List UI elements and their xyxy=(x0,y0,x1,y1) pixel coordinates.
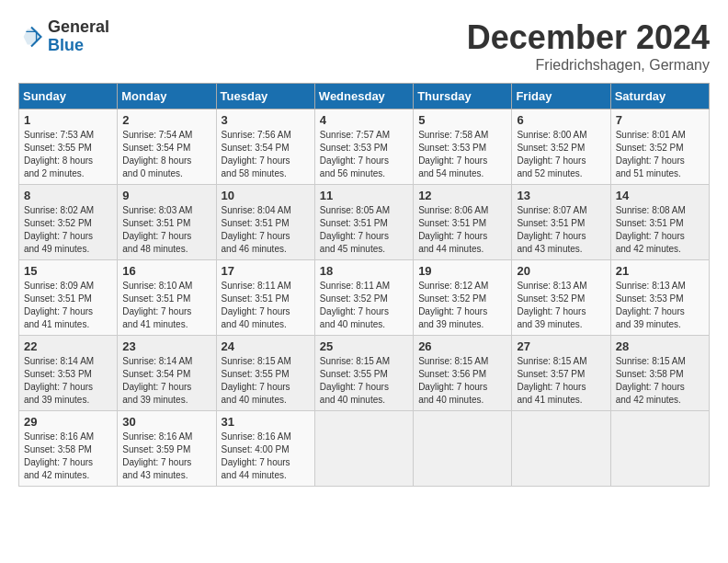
day-number: 15 xyxy=(24,264,112,278)
calendar-cell xyxy=(610,411,709,487)
day-detail: Sunrise: 7:56 AM Sunset: 3:54 PM Dayligh… xyxy=(222,129,310,180)
calendar-cell: 3Sunrise: 7:56 AM Sunset: 3:54 PM Daylig… xyxy=(216,109,314,185)
calendar-cell: 20Sunrise: 8:13 AM Sunset: 3:52 PM Dayli… xyxy=(512,260,610,336)
logo-icon xyxy=(18,24,44,50)
day-detail: Sunrise: 8:05 AM Sunset: 3:51 PM Dayligh… xyxy=(320,204,408,256)
day-number: 12 xyxy=(418,189,506,202)
day-detail: Sunrise: 8:13 AM Sunset: 3:53 PM Dayligh… xyxy=(616,280,704,331)
logo-text: General Blue xyxy=(48,18,109,55)
day-detail: Sunrise: 8:07 AM Sunset: 3:51 PM Dayligh… xyxy=(517,204,605,256)
day-number: 27 xyxy=(517,339,605,353)
day-number: 19 xyxy=(418,264,506,278)
day-header-thursday: Thursday xyxy=(414,84,512,109)
day-number: 14 xyxy=(616,189,704,202)
day-detail: Sunrise: 8:02 AM Sunset: 3:52 PM Dayligh… xyxy=(24,204,112,256)
title-block: December 2024 Friedrichshagen, Germany xyxy=(467,18,710,74)
calendar-week-4: 22Sunrise: 8:14 AM Sunset: 3:53 PM Dayli… xyxy=(19,336,710,411)
day-detail: Sunrise: 8:11 AM Sunset: 3:52 PM Dayligh… xyxy=(320,280,408,331)
day-detail: Sunrise: 8:00 AM Sunset: 3:52 PM Dayligh… xyxy=(517,129,605,180)
day-number: 10 xyxy=(222,189,310,202)
calendar-cell: 10Sunrise: 8:04 AM Sunset: 3:51 PM Dayli… xyxy=(216,185,314,260)
day-detail: Sunrise: 8:11 AM Sunset: 3:51 PM Dayligh… xyxy=(222,280,310,331)
calendar-cell xyxy=(512,411,610,487)
calendar-week-2: 8Sunrise: 8:02 AM Sunset: 3:52 PM Daylig… xyxy=(19,185,710,260)
calendar-cell: 2Sunrise: 7:54 AM Sunset: 3:54 PM Daylig… xyxy=(118,109,216,185)
month-title: December 2024 xyxy=(467,18,710,57)
day-number: 16 xyxy=(122,264,210,278)
day-number: 25 xyxy=(320,339,408,353)
calendar-cell: 24Sunrise: 8:15 AM Sunset: 3:55 PM Dayli… xyxy=(216,336,314,411)
logo: General Blue xyxy=(18,18,109,55)
calendar-cell: 22Sunrise: 8:14 AM Sunset: 3:53 PM Dayli… xyxy=(19,336,118,411)
day-number: 21 xyxy=(616,264,704,278)
calendar-week-1: 1Sunrise: 7:53 AM Sunset: 3:55 PM Daylig… xyxy=(19,109,710,185)
day-header-row: SundayMondayTuesdayWednesdayThursdayFrid… xyxy=(19,84,710,109)
day-detail: Sunrise: 8:14 AM Sunset: 3:53 PM Dayligh… xyxy=(24,355,112,407)
day-detail: Sunrise: 8:01 AM Sunset: 3:52 PM Dayligh… xyxy=(616,129,704,180)
day-header-wednesday: Wednesday xyxy=(314,84,413,109)
calendar-cell: 19Sunrise: 8:12 AM Sunset: 3:52 PM Dayli… xyxy=(414,260,512,336)
calendar-cell: 9Sunrise: 8:03 AM Sunset: 3:51 PM Daylig… xyxy=(118,185,216,260)
calendar-cell: 21Sunrise: 8:13 AM Sunset: 3:53 PM Dayli… xyxy=(610,260,709,336)
calendar-cell: 15Sunrise: 8:09 AM Sunset: 3:51 PM Dayli… xyxy=(19,260,118,336)
calendar-cell: 31Sunrise: 8:16 AM Sunset: 4:00 PM Dayli… xyxy=(216,411,314,487)
day-header-tuesday: Tuesday xyxy=(216,84,314,109)
calendar-cell: 23Sunrise: 8:14 AM Sunset: 3:54 PM Dayli… xyxy=(118,336,216,411)
day-detail: Sunrise: 8:09 AM Sunset: 3:51 PM Dayligh… xyxy=(24,280,112,331)
day-number: 7 xyxy=(616,113,704,127)
day-detail: Sunrise: 8:16 AM Sunset: 3:58 PM Dayligh… xyxy=(24,431,112,482)
calendar-cell: 16Sunrise: 8:10 AM Sunset: 3:51 PM Dayli… xyxy=(118,260,216,336)
day-number: 2 xyxy=(122,113,210,127)
calendar-cell: 5Sunrise: 7:58 AM Sunset: 3:53 PM Daylig… xyxy=(414,109,512,185)
day-detail: Sunrise: 8:14 AM Sunset: 3:54 PM Dayligh… xyxy=(122,355,210,407)
calendar-cell: 4Sunrise: 7:57 AM Sunset: 3:53 PM Daylig… xyxy=(314,109,413,185)
calendar-week-3: 15Sunrise: 8:09 AM Sunset: 3:51 PM Dayli… xyxy=(19,260,710,336)
day-number: 23 xyxy=(122,339,210,353)
day-number: 26 xyxy=(418,339,506,353)
calendar-cell: 12Sunrise: 8:06 AM Sunset: 3:51 PM Dayli… xyxy=(414,185,512,260)
day-number: 4 xyxy=(320,113,408,127)
day-number: 22 xyxy=(24,339,112,353)
page-header: General Blue December 2024 Friedrichshag… xyxy=(18,18,710,74)
day-detail: Sunrise: 8:16 AM Sunset: 3:59 PM Dayligh… xyxy=(122,431,210,482)
day-number: 3 xyxy=(222,113,310,127)
calendar-cell: 26Sunrise: 8:15 AM Sunset: 3:56 PM Dayli… xyxy=(414,336,512,411)
day-detail: Sunrise: 8:08 AM Sunset: 3:51 PM Dayligh… xyxy=(616,204,704,256)
day-number: 1 xyxy=(24,113,112,127)
day-number: 6 xyxy=(517,113,605,127)
calendar-cell: 25Sunrise: 8:15 AM Sunset: 3:55 PM Dayli… xyxy=(314,336,413,411)
day-detail: Sunrise: 8:15 AM Sunset: 3:57 PM Dayligh… xyxy=(517,355,605,407)
day-header-sunday: Sunday xyxy=(19,84,118,109)
calendar-cell: 7Sunrise: 8:01 AM Sunset: 3:52 PM Daylig… xyxy=(610,109,709,185)
day-detail: Sunrise: 7:54 AM Sunset: 3:54 PM Dayligh… xyxy=(122,129,210,180)
day-detail: Sunrise: 8:16 AM Sunset: 4:00 PM Dayligh… xyxy=(222,431,310,482)
calendar-cell: 29Sunrise: 8:16 AM Sunset: 3:58 PM Dayli… xyxy=(19,411,118,487)
day-number: 5 xyxy=(418,113,506,127)
day-number: 28 xyxy=(616,339,704,353)
day-detail: Sunrise: 8:15 AM Sunset: 3:56 PM Dayligh… xyxy=(418,355,506,407)
day-detail: Sunrise: 8:15 AM Sunset: 3:55 PM Dayligh… xyxy=(320,355,408,407)
calendar-cell xyxy=(414,411,512,487)
day-number: 13 xyxy=(517,189,605,202)
calendar-cell: 1Sunrise: 7:53 AM Sunset: 3:55 PM Daylig… xyxy=(19,109,118,185)
calendar-cell: 6Sunrise: 8:00 AM Sunset: 3:52 PM Daylig… xyxy=(512,109,610,185)
calendar-cell: 27Sunrise: 8:15 AM Sunset: 3:57 PM Dayli… xyxy=(512,336,610,411)
calendar-cell: 11Sunrise: 8:05 AM Sunset: 3:51 PM Dayli… xyxy=(314,185,413,260)
day-detail: Sunrise: 8:06 AM Sunset: 3:51 PM Dayligh… xyxy=(418,204,506,256)
calendar-cell: 18Sunrise: 8:11 AM Sunset: 3:52 PM Dayli… xyxy=(314,260,413,336)
day-number: 31 xyxy=(222,415,310,429)
calendar-cell xyxy=(314,411,413,487)
day-detail: Sunrise: 8:13 AM Sunset: 3:52 PM Dayligh… xyxy=(517,280,605,331)
calendar-cell: 28Sunrise: 8:15 AM Sunset: 3:58 PM Dayli… xyxy=(610,336,709,411)
day-number: 20 xyxy=(517,264,605,278)
location-title: Friedrichshagen, Germany xyxy=(467,57,710,74)
day-detail: Sunrise: 8:03 AM Sunset: 3:51 PM Dayligh… xyxy=(122,204,210,256)
calendar-cell: 8Sunrise: 8:02 AM Sunset: 3:52 PM Daylig… xyxy=(19,185,118,260)
day-number: 8 xyxy=(24,189,112,202)
day-header-monday: Monday xyxy=(118,84,216,109)
day-number: 29 xyxy=(24,415,112,429)
day-detail: Sunrise: 8:04 AM Sunset: 3:51 PM Dayligh… xyxy=(222,204,310,256)
day-number: 11 xyxy=(320,189,408,202)
calendar-week-5: 29Sunrise: 8:16 AM Sunset: 3:58 PM Dayli… xyxy=(19,411,710,487)
day-number: 18 xyxy=(320,264,408,278)
